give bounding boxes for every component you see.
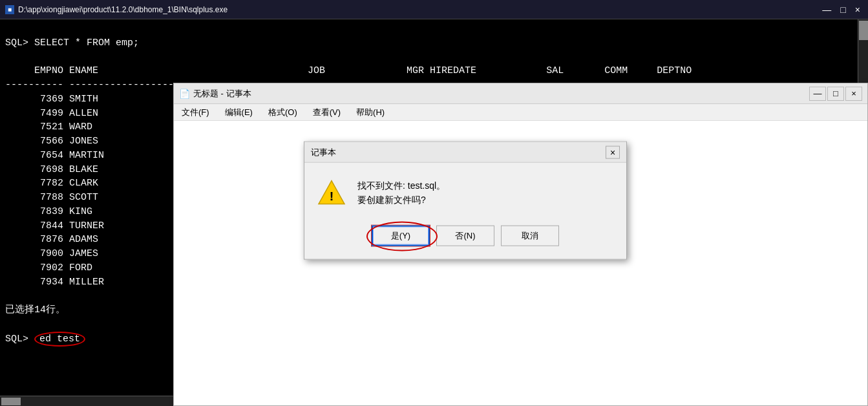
- dialog-message-text: 找不到文件: test.sql。 要创建新文件吗?: [357, 178, 445, 208]
- table-row: 7902 FORD: [5, 262, 92, 273]
- dialog-message-line1: 找不到文件: test.sql。: [357, 178, 445, 193]
- dialog-buttons: 是(Y) 否(N) 取消: [317, 225, 613, 246]
- notepad-app-icon: 📄: [179, 89, 189, 99]
- dialog-cancel-button[interactable]: 取消: [501, 225, 559, 246]
- notepad-maximize-button[interactable]: □: [827, 87, 844, 101]
- table-row: 7566 JONES: [5, 136, 98, 147]
- table-row: 7654 MARTIN: [5, 150, 104, 161]
- terminal-minimize-button[interactable]: —: [820, 5, 834, 14]
- column-headers: EMPNO ENAME JOB MGR HIREDATE SAL COMM DE…: [5, 65, 692, 76]
- dialog-body: ! 找不到文件: test.sql。 要创建新文件吗? 是(Y) 否(N) 取消: [304, 163, 626, 259]
- table-row: 7698 BLAKE: [5, 164, 98, 175]
- dialog-title: 记事本: [311, 146, 336, 158]
- terminal-title: ■ D:\app\xiongjiawei\product\11.2.0\dbho…: [5, 5, 228, 14]
- notepad-window-controls: — □ ×: [809, 87, 862, 101]
- table-row: 7934 MILLER: [5, 277, 104, 288]
- sql-command: SQL> SELECT * FROM emp;: [5, 37, 139, 48]
- notepad-titlebar: 📄 无标题 - 记事本 — □ ×: [174, 83, 867, 104]
- dialog-box: 记事本 × ! 找不到文件: test.sql。 要创建新文件吗?: [304, 142, 627, 260]
- notepad-close-button[interactable]: ×: [845, 87, 862, 101]
- menu-item-edit[interactable]: 编辑(E): [222, 105, 255, 120]
- terminal-maximize-button[interactable]: □: [838, 5, 848, 14]
- selected-rows-text: 已选择14行。: [5, 304, 65, 315]
- table-row: 7788 SCOTT: [5, 192, 98, 203]
- menu-item-view[interactable]: 查看(V): [310, 105, 343, 120]
- scrollbar-thumb-horizontal[interactable]: [1, 398, 21, 405]
- menu-item-format[interactable]: 格式(O): [266, 105, 300, 120]
- sql-prompt-2: SQL> ed test: [5, 334, 85, 345]
- menu-item-help[interactable]: 帮助(H): [354, 105, 387, 120]
- scrollbar-thumb-vertical[interactable]: [859, 21, 868, 40]
- table-row: 7876 ADAMS: [5, 234, 98, 245]
- dialog-close-button[interactable]: ×: [606, 145, 620, 158]
- terminal-title-text: D:\app\xiongjiawei\product\11.2.0\dbhome…: [18, 5, 228, 14]
- dialog-titlebar: 记事本 ×: [304, 142, 626, 163]
- table-row: 7839 KING: [5, 206, 92, 217]
- dialog-yes-button[interactable]: 是(Y): [372, 225, 430, 246]
- notepad-title-text: 无标题 - 记事本: [193, 88, 251, 100]
- table-row: 7369 SMITH: [5, 94, 98, 105]
- table-row: 7900 JAMES: [5, 248, 98, 259]
- terminal-window-controls: — □ ×: [820, 5, 863, 14]
- warning-icon: !: [317, 178, 346, 207]
- terminal-icon: ■: [5, 5, 14, 14]
- table-row: 7844 TURNER: [5, 220, 104, 231]
- notepad-minimize-button[interactable]: —: [809, 87, 826, 101]
- svg-text:!: !: [328, 189, 335, 204]
- notepad-menubar: 文件(F) 编辑(E) 格式(O) 查看(V) 帮助(H): [174, 104, 867, 121]
- notepad-title: 📄 无标题 - 记事本: [179, 88, 251, 100]
- dialog-message-row: ! 找不到文件: test.sql。 要创建新文件吗?: [317, 178, 613, 208]
- ed-test-command: ed test: [34, 332, 85, 347]
- table-row: 7521 WARD: [5, 122, 92, 133]
- terminal-close-button[interactable]: ×: [852, 5, 863, 14]
- table-row: 7499 ALLEN: [5, 108, 98, 119]
- dialog-no-button[interactable]: 否(N): [436, 225, 494, 246]
- yes-button-wrapper: 是(Y): [372, 225, 430, 246]
- menu-item-file[interactable]: 文件(F): [179, 105, 212, 120]
- table-row: 7782 CLARK: [5, 178, 98, 189]
- terminal-titlebar: ■ D:\app\xiongjiawei\product\11.2.0\dbho…: [0, 0, 868, 19]
- dialog-message-line2: 要创建新文件吗?: [357, 193, 445, 207]
